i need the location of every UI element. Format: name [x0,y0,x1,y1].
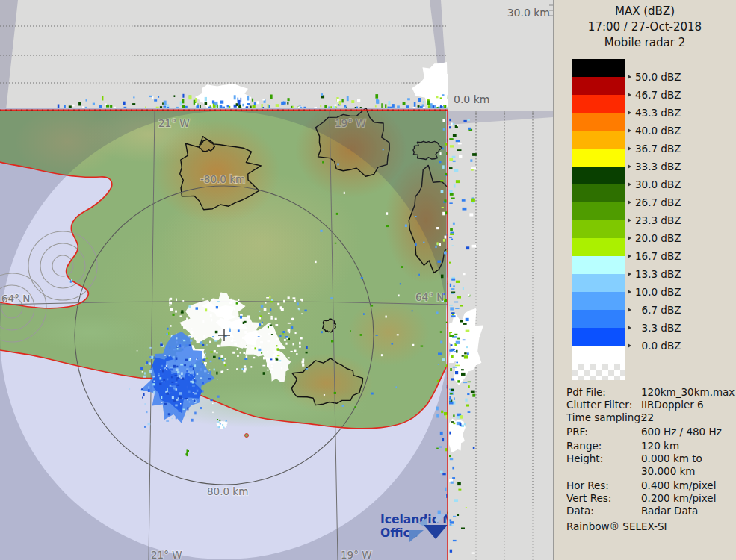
lat-label-64n-right: 64° N [415,291,444,303]
metadata-value: 120 km [641,440,679,452]
legend-color-block [572,310,625,328]
legend-color-block [572,274,625,292]
island [245,434,249,438]
metadata-row: Clutter Filter:IIRDoppler 6 [566,399,704,411]
legend-color-block [572,256,625,274]
legend-label: 23.3 dBZ [628,214,681,227]
software-brand: Rainbow® SELEX-SI [566,520,667,532]
legend-tick-arrow-icon [628,218,631,223]
legend-color-block [572,364,625,380]
metadata-row: PRF:600 Hz / 480 Hz [566,426,722,438]
legend-tick-arrow-icon [628,111,631,115]
legend-tick-arrow-icon [628,200,631,205]
metadata-label: Height: [566,452,641,464]
metadata-label: Hor Res: [566,479,641,491]
info-panel: MAX (dBZ) 17:00 / 27-Oct-2018 Mobile rad… [553,0,736,560]
legend-color-block [572,238,625,256]
lon-label-21w-bottom: 21° W [151,549,182,560]
metadata-value: 0.000 km to [641,452,702,464]
legend-tick-arrow-icon [628,308,631,312]
legend-label-text: 3.3 dBZ [635,322,681,334]
metadata-label: Clutter Filter: [566,399,641,411]
legend-label-text: 10.0 dBZ [635,286,681,298]
legend-label: 46.7 dBZ [628,88,681,102]
legend-label: 3.3 dBZ [628,321,681,335]
legend-label: 13.3 dBZ [628,267,681,281]
legend-label-text: 23.3 dBZ [635,214,681,226]
metadata-label: PRF: [566,426,641,438]
legend-label: 16.7 dBZ [628,249,681,263]
legend-tick-arrow-icon [628,254,631,258]
metadata-value: Radar Data [641,505,698,517]
metadata-row: Pdf File:120km_30km.max [566,386,735,398]
metadata-row: Vert Res:0.200 km/pixel [566,492,716,504]
legend-label-text: 20.0 dBZ [635,232,681,244]
metadata-row: Hor Res:0.400 km/pixel [566,479,716,491]
legend-label-text: 43.3 dBZ [635,107,681,119]
metadata-label: Pdf File: [566,386,641,398]
legend-tick-arrow-icon [628,146,631,151]
legend-color-block [572,328,625,346]
lon-label-19w-top: 19° W [335,117,366,129]
legend-label: 43.3 dBZ [628,106,681,119]
legend-label: 6.7 dBZ [628,303,681,317]
metadata-label: Data: [566,505,641,517]
metadata-label: Time sampling: [566,411,641,423]
legend-tick-arrow-icon [628,75,631,79]
legend-color-block [572,167,625,184]
lon-label-19w-bottom: 19° W [341,549,372,560]
legend-tick-arrow-icon [628,236,631,240]
metadata-row: 30.000 km [566,465,696,477]
profile-max-height-label: 30.0 km [507,7,550,19]
legend-color-block [572,113,625,131]
metadata-label: Vert Res: [566,492,641,504]
legend-tick-arrow-icon [628,326,631,330]
metadata-value: 0.400 km/pixel [641,479,716,491]
legend-tick-arrow-icon [628,290,631,294]
legend-color-block [572,292,625,310]
legend-label: 36.7 dBZ [628,142,681,155]
legend-label: 10.0 dBZ [628,285,681,299]
legend-label: 30.0 dBZ [628,178,681,191]
legend-label: 0.0 dBZ [628,339,681,352]
metadata-row: Height:0.000 km to [566,452,702,464]
legend-color-block [572,77,625,95]
lon-label-21w-top: 21° W [158,117,190,129]
metadata-value: 600 Hz / 480 Hz [641,426,722,438]
legend-tick-arrow-icon [628,164,631,169]
legend-color-block [572,95,625,113]
legend-label-text: 26.7 dBZ [635,196,681,208]
lat-label-64n-left: 64° N [1,293,30,305]
range-label-south: 80.0 km [207,485,248,497]
legend-label: 40.0 dBZ [628,124,681,137]
metadata-value: 0.200 km/pixel [641,492,716,504]
legend-color-block [572,59,625,77]
legend-color-block [572,202,625,220]
metadata-value: IIRDoppler 6 [641,399,704,411]
legend-label-text: 13.3 dBZ [635,268,681,280]
metadata-row: Time sampling:22 [566,411,654,423]
legend-color-block [572,184,625,202]
legend-label: 26.7 dBZ [628,196,681,209]
legend-color-block [572,220,625,238]
legend-label: 50.0 dBZ [628,70,681,84]
color-scale-legend: 50.0 dBZ46.7 dBZ43.3 dBZ40.0 dBZ36.7 dBZ… [554,0,736,388]
legend-tick-arrow-icon [628,128,631,133]
profile-min-height-label: 0.0 km [454,93,489,105]
legend-tick-arrow-icon [628,272,631,276]
legend-color-block [572,149,625,167]
legend-label-text: 40.0 dBZ [635,125,681,137]
metadata-row: Data:Radar Data [566,505,698,517]
metadata-label: Range: [566,440,641,452]
legend-tick-arrow-icon [628,343,631,348]
legend-label: 33.3 dBZ [628,160,681,173]
legend-label-text: 6.7 dBZ [635,304,681,316]
radar-map: 21° W 19° W 21° W 19° W 64° N 64° N -80.… [0,101,468,560]
legend-tick-arrow-icon [628,182,631,187]
legend-label: 20.0 dBZ [628,231,681,245]
metadata-value: 30.000 km [641,465,696,477]
range-label-north: -80.0 km [200,173,245,185]
legend-label-text: 30.0 dBZ [635,178,681,190]
legend-label-text: 33.3 dBZ [635,161,681,172]
legend-color-block [572,131,625,149]
